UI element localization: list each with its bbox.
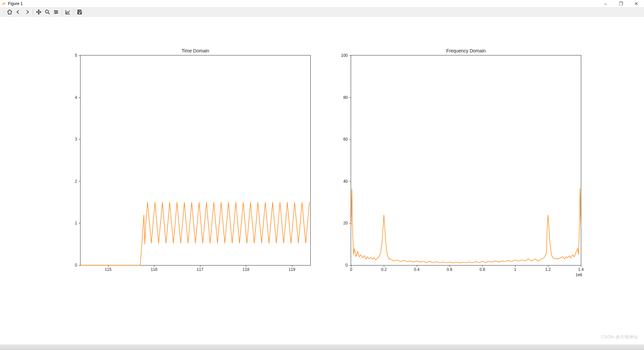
x-tick-label: 118 <box>243 267 249 272</box>
x-tick-label: 117 <box>197 267 203 272</box>
x-tick-label: 1 <box>514 267 516 272</box>
x-tick-label: 119 <box>289 267 295 272</box>
zoom-icon <box>44 9 50 15</box>
toolbar: ⋮⋮ <box>0 7 644 17</box>
y-tick-label: 1 <box>64 221 77 225</box>
x-tick-label: 0.2 <box>381 267 387 272</box>
subplot-time-domain[interactable]: Time Domain 012345115116117118119 <box>80 55 311 266</box>
forward-icon <box>24 9 30 15</box>
y-tick-label: 3 <box>64 137 77 142</box>
subplots-button[interactable] <box>52 8 60 16</box>
axes-button[interactable] <box>64 8 71 16</box>
x-tick-label: 115 <box>105 267 112 272</box>
x-tick-label: 116 <box>151 267 157 272</box>
watermark: CSDN @天地神仙 <box>601 334 638 340</box>
titlebar: Figure 1 – ❐ ✕ <box>0 0 644 7</box>
window-title: Figure 1 <box>8 1 23 6</box>
x-tick-label: 1.4 <box>578 267 584 272</box>
y-tick-label: 2 <box>64 179 77 184</box>
subplot-frequency-domain[interactable]: Frequency Domain 1e6 02040608010000.20.4… <box>351 55 581 266</box>
home-button[interactable] <box>6 8 13 16</box>
close-button[interactable]: ✕ <box>629 0 644 7</box>
forward-button[interactable] <box>23 8 31 16</box>
app-icon <box>1 1 6 6</box>
chart-title: Frequency Domain <box>351 48 581 53</box>
x-exponent-label: 1e6 <box>576 273 582 277</box>
zoom-button[interactable] <box>44 8 51 16</box>
subplots-icon <box>53 9 59 15</box>
y-tick-label: 0 <box>64 263 77 268</box>
svg-point-0 <box>45 10 48 13</box>
y-tick-label: 0 <box>334 263 348 268</box>
home-icon <box>7 9 13 15</box>
y-tick-label: 5 <box>64 53 77 58</box>
window-controls: – ❐ ✕ <box>598 0 644 7</box>
maximize-button[interactable]: ❐ <box>613 0 629 7</box>
axes-icon <box>65 9 71 15</box>
save-button[interactable] <box>76 8 83 16</box>
back-icon <box>15 9 21 15</box>
y-tick-label: 80 <box>334 95 348 100</box>
y-tick-label: 4 <box>64 95 77 100</box>
x-tick-label: 0.6 <box>447 267 453 272</box>
y-tick-label: 100 <box>334 53 348 58</box>
x-tick-label: 0 <box>350 267 352 272</box>
plot-area: Time Domain 012345115116117118119 Freque… <box>0 17 644 337</box>
x-tick-label: 1.2 <box>545 267 551 272</box>
y-tick-label: 20 <box>334 221 348 225</box>
y-tick-label: 40 <box>334 179 348 184</box>
taskbar <box>0 345 644 350</box>
pan-button[interactable] <box>35 8 42 16</box>
back-button[interactable] <box>15 8 22 16</box>
y-tick-label: 60 <box>334 137 348 142</box>
x-tick-label: 0.4 <box>414 267 420 272</box>
chart-title: Time Domain <box>80 48 310 53</box>
minimize-button[interactable]: – <box>598 0 613 7</box>
pan-icon <box>36 9 42 15</box>
x-tick-label: 0.8 <box>480 267 485 272</box>
save-icon <box>76 9 83 15</box>
